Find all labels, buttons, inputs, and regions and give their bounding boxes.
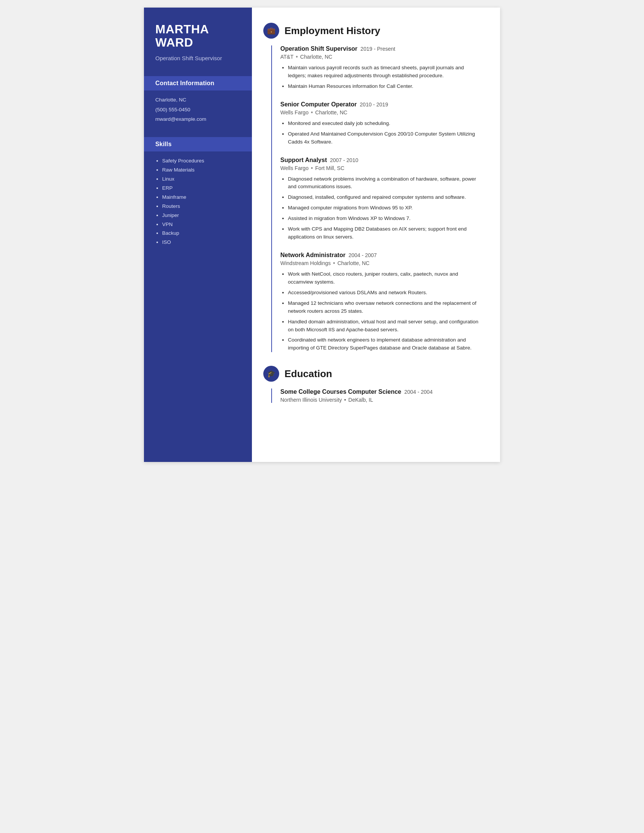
job-bullet: Maintain various payroll records such as… (288, 64, 483, 80)
education-header: 🎓 Education (263, 366, 483, 382)
separator-dot: • (333, 260, 335, 267)
job-entry: Operation Shift Supervisor2019 - Present… (280, 45, 483, 90)
separator-dot: • (311, 165, 313, 172)
separator-dot: • (311, 109, 313, 116)
job-bullet: Work with NetCool, cisco routers, junipe… (288, 270, 483, 286)
job-entry: Senior Computer Operator2010 - 2019Wells… (280, 101, 483, 146)
edu-dates: 2004 - 2004 (404, 389, 433, 395)
edu-location: DeKalb, IL (349, 397, 373, 403)
skill-item: Routers (162, 203, 241, 210)
sidebar: MARTHA WARD Operation Shift Supervisor C… (144, 8, 252, 462)
job-bullet: Maintain Human Resources information for… (288, 82, 483, 90)
company-name: AT&T (280, 54, 294, 60)
job-bullet: Work with CPS and Mapping DB2 Databases … (288, 225, 483, 241)
contact-phone: (500) 555-0450 (155, 106, 241, 114)
school-name: Northern Illinois University (280, 397, 342, 403)
job-location: Charlotte, NC (338, 260, 370, 266)
job-header: Network Administrator2004 - 2007 (280, 252, 483, 259)
job-dates: 2004 - 2007 (349, 252, 377, 258)
job-bullet: Coordinated with network engineers to im… (288, 336, 483, 352)
company-name: Wells Fargo (280, 109, 308, 116)
skill-item: Backup (162, 230, 241, 237)
education-icon: 🎓 (263, 366, 279, 382)
skill-item: Linux (162, 176, 241, 183)
job-title: Network Administrator (280, 252, 346, 259)
separator-dot: • (296, 53, 298, 60)
skill-item: Juniper (162, 212, 241, 219)
job-location: Fort Mill, SC (315, 165, 345, 171)
job-bullet: Monitored and executed daily job schedul… (288, 120, 483, 128)
skill-item: Raw Materials (162, 167, 241, 174)
main-content: 💼 Employment History Operation Shift Sup… (252, 8, 500, 462)
employment-section: 💼 Employment History Operation Shift Sup… (263, 23, 483, 352)
job-company: Windstream Holdings•Charlotte, NC (280, 260, 483, 267)
job-company: Wells Fargo•Fort Mill, SC (280, 165, 483, 172)
edu-entry: Some College Courses Computer Science200… (280, 389, 483, 403)
skills-list: Safety ProceduresRaw MaterialsLinuxERPMa… (155, 158, 241, 246)
education-section: 🎓 Education Some College Courses Compute… (263, 366, 483, 403)
skill-item: VPN (162, 221, 241, 228)
skill-item: Safety Procedures (162, 158, 241, 165)
job-bullet: Diagnosed network problems involving a c… (288, 175, 483, 191)
job-dates: 2019 - Present (361, 46, 396, 52)
candidate-title: Operation Shift Supervisor (155, 55, 241, 62)
job-bullet: Accessed/provisioned various DSLAMs and … (288, 289, 483, 297)
job-dates: 2010 - 2019 (360, 101, 388, 108)
edu-degree: Some College Courses Computer Science (280, 389, 401, 395)
job-header: Operation Shift Supervisor2019 - Present (280, 45, 483, 52)
skills-section: Safety ProceduresRaw MaterialsLinuxERPMa… (155, 158, 241, 248)
employment-header: 💼 Employment History (263, 23, 483, 39)
contact-email: mward@example.com (155, 116, 241, 123)
skill-item: ERP (162, 185, 241, 192)
job-bullets: Maintain various payroll records such as… (280, 64, 483, 90)
job-bullets: Diagnosed network problems involving a c… (280, 175, 483, 241)
job-bullets: Monitored and executed daily job schedul… (280, 120, 483, 146)
separator-dot: • (345, 397, 346, 403)
job-title: Support Analyst (280, 157, 327, 164)
job-company: AT&T•Charlotte, NC (280, 53, 483, 60)
job-bullet: Diagnosed, installed, configured and rep… (288, 193, 483, 201)
contact-city: Charlotte, NC (155, 96, 241, 104)
job-title: Senior Computer Operator (280, 101, 357, 108)
job-bullet: Handled domain administration, virtual h… (288, 318, 483, 334)
edu-school: Northern Illinois University•DeKalb, IL (280, 397, 483, 403)
job-bullets: Work with NetCool, cisco routers, junipe… (280, 270, 483, 352)
job-bullet: Operated And Maintained Computervision C… (288, 130, 483, 146)
job-location: Charlotte, NC (315, 109, 348, 116)
job-entry: Network Administrator2004 - 2007Windstre… (280, 252, 483, 352)
job-bullet: Assisted in migration from Windows XP to… (288, 215, 483, 223)
employment-timeline: Operation Shift Supervisor2019 - Present… (271, 45, 483, 352)
job-header: Support Analyst2007 - 2010 (280, 157, 483, 164)
job-title: Operation Shift Supervisor (280, 45, 357, 52)
job-entry: Support Analyst2007 - 2010Wells Fargo•Fo… (280, 157, 483, 241)
employment-icon: 💼 (263, 23, 279, 39)
contact-section-title: Contact Information (144, 76, 252, 90)
contact-info: Charlotte, NC (500) 555-0450 mward@examp… (155, 96, 241, 126)
candidate-name: MARTHA WARD (155, 23, 241, 49)
education-title: Education (285, 368, 332, 380)
job-header: Senior Computer Operator2010 - 2019 (280, 101, 483, 108)
skill-item: ISO (162, 239, 241, 246)
company-name: Windstream Holdings (280, 260, 331, 266)
skill-item: Mainframe (162, 194, 241, 201)
education-timeline: Some College Courses Computer Science200… (271, 389, 483, 403)
job-bullet: Managed 12 technicians who oversaw netwo… (288, 299, 483, 315)
company-name: Wells Fargo (280, 165, 308, 171)
job-dates: 2007 - 2010 (330, 157, 358, 163)
job-location: Charlotte, NC (300, 54, 332, 60)
skills-section-title: Skills (144, 137, 252, 151)
job-company: Wells Fargo•Charlotte, NC (280, 109, 483, 116)
edu-degree-row: Some College Courses Computer Science200… (280, 389, 483, 395)
employment-title: Employment History (285, 25, 380, 37)
job-bullet: Managed computer migrations from Windows… (288, 204, 483, 212)
